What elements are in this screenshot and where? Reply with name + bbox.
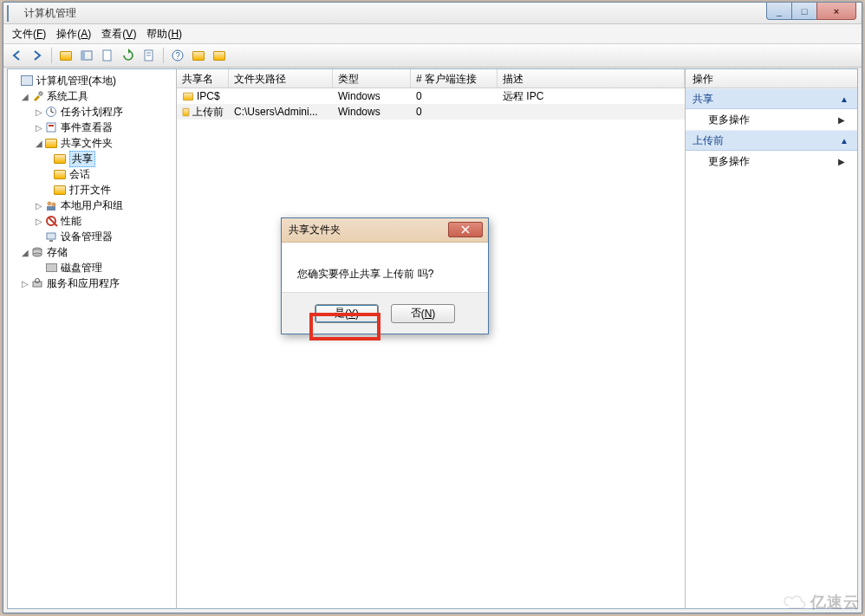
window-title: 计算机管理 bbox=[24, 6, 858, 21]
help-button[interactable]: ? bbox=[168, 46, 187, 65]
expand-icon[interactable]: ▷ bbox=[34, 107, 44, 117]
svg-rect-10 bbox=[47, 123, 55, 132]
confirm-dialog: 共享文件夹 您确实要停止共享 上传前 吗? 是(Y) 否(N) bbox=[281, 217, 489, 334]
new-share-button[interactable] bbox=[189, 46, 208, 65]
svg-rect-2 bbox=[103, 50, 111, 61]
yes-button[interactable]: 是(Y) bbox=[315, 304, 379, 323]
svg-point-8 bbox=[39, 92, 42, 95]
tree-event-viewer[interactable]: ▷ 事件查看器 bbox=[8, 120, 176, 135]
expand-icon[interactable]: ▷ bbox=[20, 279, 30, 289]
nav-tree[interactable]: 计算机管理(本地) ◢ 系统工具 ▷ 任务计划程序 ▷ 事件查看器 ◢ 共享文件… bbox=[8, 69, 177, 608]
dialog-buttons: 是(Y) 否(N) bbox=[282, 292, 488, 334]
tree-sessions[interactable]: 会话 bbox=[8, 166, 176, 182]
minimize-button[interactable]: _ bbox=[766, 3, 792, 20]
tree-open-files[interactable]: 打开文件 bbox=[8, 182, 176, 198]
toolbar: ? bbox=[3, 43, 862, 68]
actions-more-shares[interactable]: 更多操作 ▶ bbox=[686, 109, 857, 130]
svg-text:?: ? bbox=[175, 51, 180, 61]
actions-header: 操作 bbox=[686, 69, 857, 88]
forward-button[interactable] bbox=[28, 46, 47, 65]
tree-shares[interactable]: 共享 bbox=[8, 151, 176, 166]
tree-root[interactable]: 计算机管理(本地) bbox=[8, 73, 176, 88]
event-icon bbox=[44, 120, 58, 134]
tree-task-scheduler[interactable]: ▷ 任务计划程序 bbox=[8, 104, 176, 120]
collapse-icon[interactable]: ◢ bbox=[34, 139, 44, 148]
up-button[interactable] bbox=[56, 46, 75, 65]
dialog-titlebar[interactable]: 共享文件夹 bbox=[282, 218, 488, 243]
dialog-title: 共享文件夹 bbox=[289, 223, 341, 237]
col-type[interactable]: 类型 bbox=[333, 69, 411, 88]
back-button[interactable] bbox=[7, 46, 26, 65]
tree-local-users[interactable]: ▷ 本地用户和组 bbox=[8, 198, 176, 213]
list-row[interactable]: 上传前 C:\Users\Admini... Windows 0 bbox=[177, 104, 685, 120]
dialog-close-button[interactable] bbox=[448, 222, 483, 237]
col-clients[interactable]: # 客户端连接 bbox=[411, 69, 498, 88]
svg-point-12 bbox=[48, 202, 52, 206]
menu-bar: 文件(F) 操作(A) 查看(V) 帮助(H) bbox=[3, 24, 862, 43]
col-share-name[interactable]: 共享名 bbox=[177, 69, 229, 88]
properties-button[interactable] bbox=[140, 46, 159, 65]
expand-icon[interactable]: ▷ bbox=[34, 217, 44, 226]
dialog-message: 您确实要停止共享 上传前 吗? bbox=[297, 268, 433, 280]
share-icon bbox=[53, 152, 67, 165]
watermark: 亿速云 bbox=[783, 592, 860, 613]
share-icon bbox=[213, 51, 225, 61]
list-view: 共享名 文件夹路径 类型 # 客户端连接 描述 IPC$ Windows 0 远… bbox=[177, 69, 686, 608]
col-desc[interactable]: 描述 bbox=[498, 69, 685, 88]
tree-services-apps[interactable]: ▷ 服务和应用程序 bbox=[8, 276, 176, 291]
shared-folders-icon bbox=[44, 136, 58, 150]
actions-more-selected[interactable]: 更多操作 ▶ bbox=[686, 151, 857, 172]
main-window: 计算机管理 _ □ × 文件(F) 操作(A) 查看(V) 帮助(H) ? bbox=[3, 2, 862, 613]
svg-rect-20 bbox=[33, 282, 42, 287]
open-files-icon bbox=[53, 183, 67, 197]
dialog-body: 您确实要停止共享 上传前 吗? bbox=[282, 243, 488, 292]
services-icon bbox=[30, 276, 44, 290]
performance-icon bbox=[44, 214, 58, 228]
chevron-right-icon: ▶ bbox=[838, 157, 845, 166]
export-list-button[interactable] bbox=[98, 46, 117, 65]
sessions-icon bbox=[53, 167, 67, 181]
chevron-right-icon: ▶ bbox=[838, 115, 845, 125]
share-icon bbox=[183, 107, 190, 115]
collapse-icon[interactable]: ◢ bbox=[20, 92, 30, 101]
new-share-wizard-button[interactable] bbox=[210, 46, 229, 65]
show-hide-tree-button[interactable] bbox=[77, 46, 96, 65]
collapse-icon[interactable]: ◢ bbox=[20, 248, 30, 257]
menu-action[interactable]: 操作(A) bbox=[51, 25, 96, 42]
maximize-button[interactable]: □ bbox=[791, 3, 817, 20]
close-button[interactable]: × bbox=[816, 3, 856, 20]
close-icon bbox=[460, 225, 471, 234]
menu-file[interactable]: 文件(F) bbox=[7, 25, 51, 42]
window-buttons: _ □ × bbox=[767, 3, 856, 20]
content-area: 计算机管理(本地) ◢ 系统工具 ▷ 任务计划程序 ▷ 事件查看器 ◢ 共享文件… bbox=[7, 68, 858, 609]
expand-icon[interactable]: ▷ bbox=[34, 201, 44, 211]
share-icon bbox=[192, 51, 205, 61]
no-button[interactable]: 否(N) bbox=[391, 304, 455, 323]
list-row[interactable]: IPC$ Windows 0 远程 IPC bbox=[177, 88, 685, 104]
title-bar[interactable]: 计算机管理 bbox=[3, 3, 862, 24]
menu-view[interactable]: 查看(V) bbox=[96, 25, 141, 42]
refresh-button[interactable] bbox=[119, 46, 138, 65]
col-folder-path[interactable]: 文件夹路径 bbox=[229, 69, 333, 88]
folder-icon bbox=[60, 51, 72, 61]
actions-section-shares[interactable]: 共享 ▲ bbox=[686, 88, 857, 109]
actions-section-selected[interactable]: 上传前 ▲ bbox=[686, 130, 857, 151]
menu-help[interactable]: 帮助(H) bbox=[141, 25, 187, 42]
users-icon bbox=[44, 198, 58, 212]
list-header: 共享名 文件夹路径 类型 # 客户端连接 描述 bbox=[177, 69, 685, 88]
tree-performance[interactable]: ▷ 性能 bbox=[8, 213, 176, 229]
svg-rect-16 bbox=[49, 240, 53, 242]
tree-system-tools[interactable]: ◢ 系统工具 bbox=[8, 88, 176, 104]
computer-icon bbox=[20, 74, 34, 88]
share-icon bbox=[183, 92, 193, 100]
collapse-icon: ▲ bbox=[840, 136, 849, 146]
tree-storage[interactable]: ◢ 存储 bbox=[8, 244, 176, 260]
svg-rect-14 bbox=[47, 206, 55, 211]
tree-shared-folders[interactable]: ◢ 共享文件夹 bbox=[8, 135, 176, 151]
storage-icon bbox=[30, 245, 44, 259]
expand-icon[interactable]: ▷ bbox=[34, 123, 44, 133]
tree-disk-management[interactable]: 磁盘管理 bbox=[8, 260, 176, 276]
list-body[interactable]: IPC$ Windows 0 远程 IPC 上传前 C:\Users\Admin… bbox=[177, 88, 685, 608]
device-manager-icon bbox=[44, 230, 58, 243]
tree-device-manager[interactable]: 设备管理器 bbox=[8, 229, 176, 244]
